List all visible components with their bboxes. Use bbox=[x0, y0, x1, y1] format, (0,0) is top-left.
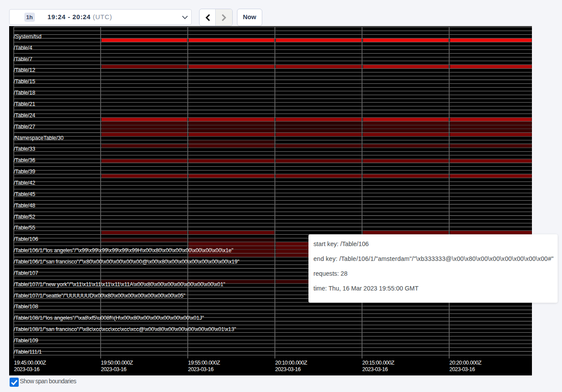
svg-text:/Table/24: /Table/24 bbox=[14, 112, 35, 118]
svg-text:/Table/52: /Table/52 bbox=[14, 213, 35, 220]
svg-text:20:10:00.000Z: 20:10:00.000Z bbox=[275, 359, 308, 365]
svg-text:/System/tsd: /System/tsd bbox=[14, 33, 42, 39]
svg-text:/Table/108: /Table/108 bbox=[14, 304, 38, 310]
svg-text:/Table/33: /Table/33 bbox=[14, 146, 35, 152]
svg-text:2023-03-16: 2023-03-16 bbox=[275, 366, 301, 372]
svg-text:/Table/106/1/"san francisco"/": /Table/106/1/"san francisco"/"\x80\x00\x… bbox=[14, 258, 240, 264]
svg-text:/NamespaceTable/30: /NamespaceTable/30 bbox=[14, 135, 64, 141]
svg-text:/Table/45: /Table/45 bbox=[14, 191, 35, 197]
svg-text:2023-03-16: 2023-03-16 bbox=[188, 366, 214, 372]
svg-text:/Table/108/1/"san francisco"/": /Table/108/1/"san francisco"/"\x8c\xcc\x… bbox=[14, 326, 236, 332]
svg-text:2023-03-16: 2023-03-16 bbox=[362, 366, 388, 372]
svg-text:/Table/36: /Table/36 bbox=[14, 157, 35, 163]
svg-text:/Table/15: /Table/15 bbox=[14, 78, 35, 84]
svg-text:19:45:00.000Z: 19:45:00.000Z bbox=[14, 359, 46, 365]
svg-text:2023-03-16: 2023-03-16 bbox=[14, 366, 40, 372]
svg-text:/Table/48: /Table/48 bbox=[14, 202, 35, 208]
svg-text:/Table/18: /Table/18 bbox=[14, 90, 35, 96]
svg-text:/Table/12: /Table/12 bbox=[14, 67, 35, 73]
svg-text:/Table/106/1/"los angeles"/"\x: /Table/106/1/"los angeles"/"\x99\x99\x99… bbox=[14, 247, 234, 253]
svg-text:/Table/4: /Table/4 bbox=[14, 44, 33, 51]
svg-text:20:15:00.000Z: 20:15:00.000Z bbox=[362, 359, 395, 365]
svg-text:/Table/106: /Table/106 bbox=[14, 236, 38, 242]
svg-text:19:55:00.000Z: 19:55:00.000Z bbox=[188, 359, 220, 365]
svg-text:/Table/27: /Table/27 bbox=[14, 123, 35, 129]
svg-text:/Table/107: /Table/107 bbox=[14, 270, 38, 276]
svg-text:/Table/21: /Table/21 bbox=[14, 101, 35, 107]
svg-text:/Table/108/1/"los angeles"/"\x: /Table/108/1/"los angeles"/"\xa8\xf5\u00… bbox=[14, 315, 204, 321]
svg-text:2023-03-16: 2023-03-16 bbox=[101, 366, 127, 372]
svg-text:/Table/42: /Table/42 bbox=[14, 179, 35, 186]
svg-text:20:20:00.000Z: 20:20:00.000Z bbox=[450, 359, 482, 365]
svg-text:/Table/107/1/"new york"/"\x11\: /Table/107/1/"new york"/"\x11\x11\x11\x1… bbox=[14, 281, 225, 287]
svg-text:/Table/107/1/"seattle"/"UUUUUU: /Table/107/1/"seattle"/"UUUUUUD\x00\x80\… bbox=[14, 292, 186, 298]
svg-text:19:50:00.000Z: 19:50:00.000Z bbox=[101, 359, 133, 365]
svg-text:/Table/55: /Table/55 bbox=[14, 225, 35, 231]
svg-text:2023-03-16: 2023-03-16 bbox=[450, 366, 475, 372]
svg-text:/Table/109: /Table/109 bbox=[14, 337, 38, 343]
svg-text:/Table/111/1: /Table/111/1 bbox=[14, 348, 42, 355]
svg-text:/Table/7: /Table/7 bbox=[14, 56, 33, 62]
svg-text:/Table/39: /Table/39 bbox=[14, 169, 35, 175]
